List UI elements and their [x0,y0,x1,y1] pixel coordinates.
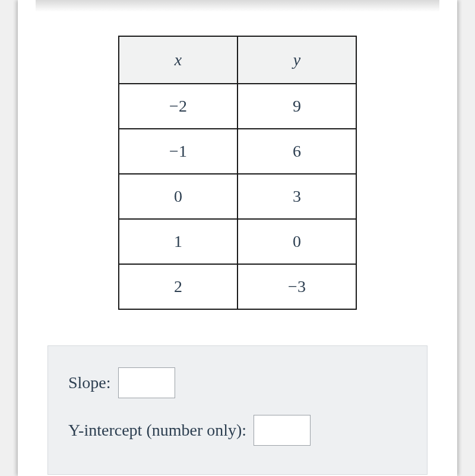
cell-y: 9 [238,84,356,129]
table-wrap: x y −2 9 −1 6 0 3 1 0 [48,36,428,310]
answer-panel: Slope: Y-intercept (number only): [48,345,428,475]
yintercept-input[interactable] [254,415,311,446]
cell-y: 0 [238,219,356,264]
table-row: −1 6 [119,129,356,174]
cell-x: 0 [119,174,238,219]
table-header-row: x y [119,36,356,84]
table-row: 1 0 [119,219,356,264]
table-row: 2 −3 [119,264,356,309]
page-card: x y −2 9 −1 6 0 3 1 0 [18,0,457,476]
table-row: −2 9 [119,84,356,129]
table-row: 0 3 [119,174,356,219]
cell-x: 1 [119,219,238,264]
slope-row: Slope: [68,367,407,398]
cell-x: 2 [119,264,238,309]
xy-table: x y −2 9 −1 6 0 3 1 0 [118,36,357,310]
slope-label: Slope: [68,373,111,392]
col-header-y: y [238,36,356,84]
cell-y: 6 [238,129,356,174]
slope-input[interactable] [118,367,175,398]
yintercept-label: Y-intercept (number only): [68,421,246,440]
col-header-x: x [119,36,238,84]
cell-x: −2 [119,84,238,129]
cell-x: −1 [119,129,238,174]
cell-y: −3 [238,264,356,309]
yintercept-row: Y-intercept (number only): [68,415,407,446]
page-top-shadow [36,0,439,12]
cell-y: 3 [238,174,356,219]
